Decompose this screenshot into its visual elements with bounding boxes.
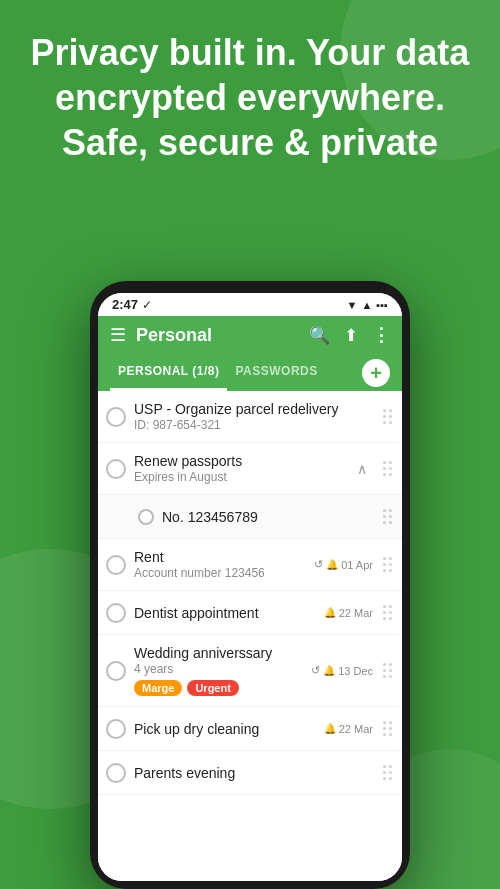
refresh-icon: ↺: [311, 664, 320, 677]
due-date: 22 Mar: [339, 723, 373, 735]
bell-icon: 🔔: [323, 665, 335, 676]
bell-icon: 🔔: [326, 559, 338, 570]
item-title: Parents evening: [134, 765, 373, 781]
item-title: Rent: [134, 549, 306, 565]
item-body: USP - Organize parcel redelivery ID: 987…: [134, 401, 373, 432]
list-item[interactable]: Parents evening: [98, 751, 402, 795]
item-meta: ↺ 🔔 13 Dec: [311, 664, 373, 677]
item-body: Dentist appointment: [134, 605, 316, 621]
check-circle[interactable]: [106, 459, 126, 479]
list-item[interactable]: Renew passports Expires in August ∧: [98, 443, 402, 495]
list-item[interactable]: USP - Organize parcel redelivery ID: 987…: [98, 391, 402, 443]
status-time: 2:47: [112, 297, 138, 312]
share-icon[interactable]: ⬆: [344, 325, 358, 346]
menu-icon[interactable]: ☰: [110, 324, 126, 346]
check-circle[interactable]: [106, 407, 126, 427]
phone-screen: 2:47 ✓ ▼ ▲ ▪▪▪ ☰ Personal 🔍 ⬆ ⋮: [98, 293, 402, 881]
check-circle-small[interactable]: [138, 509, 154, 525]
status-icons: ▼ ▲ ▪▪▪: [347, 299, 388, 311]
tab-passwords[interactable]: PASSWORDS: [227, 354, 325, 391]
item-subtitle: ID: 987-654-321: [134, 418, 373, 432]
status-bar: 2:47 ✓ ▼ ▲ ▪▪▪: [98, 293, 402, 316]
item-title: Dentist appointment: [134, 605, 316, 621]
list-item[interactable]: Rent Account number 123456 ↺ 🔔 01 Apr: [98, 539, 402, 591]
list-item[interactable]: Pick up dry cleaning 🔔 22 Mar: [98, 707, 402, 751]
phone-mockup: 2:47 ✓ ▼ ▲ ▪▪▪ ☰ Personal 🔍 ⬆ ⋮: [90, 281, 410, 889]
due-date: 13 Dec: [338, 665, 373, 677]
check-circle[interactable]: [106, 719, 126, 739]
app-bar-actions: 🔍 ⬆ ⋮: [309, 324, 390, 346]
item-meta: 🔔 22 Mar: [324, 723, 373, 735]
bell-icon: 🔔: [324, 607, 336, 618]
list-item[interactable]: Dentist appointment 🔔 22 Mar: [98, 591, 402, 635]
item-title: Renew passports: [134, 453, 343, 469]
item-title: Pick up dry cleaning: [134, 721, 316, 737]
tab-personal[interactable]: PERSONAL (1/8): [110, 354, 227, 391]
item-title: Wedding anniverssary: [134, 645, 303, 661]
status-check-icon: ✓: [142, 298, 152, 312]
check-circle[interactable]: [106, 763, 126, 783]
drag-handle: [381, 601, 394, 624]
drag-handle: [381, 659, 394, 682]
search-icon[interactable]: 🔍: [309, 325, 330, 346]
add-item-button[interactable]: +: [362, 359, 390, 387]
bell-icon: 🔔: [324, 723, 336, 734]
collapse-button[interactable]: ∧: [351, 459, 373, 479]
app-bar: ☰ Personal 🔍 ⬆ ⋮: [98, 316, 402, 354]
drag-handle: [381, 405, 394, 428]
check-circle[interactable]: [106, 661, 126, 681]
item-subtitle: Account number 123456: [134, 566, 306, 580]
signal-icon: ▲: [361, 299, 372, 311]
list-item[interactable]: Wedding anniverssary 4 years Marge Urgen…: [98, 635, 402, 707]
item-title: USP - Organize parcel redelivery: [134, 401, 373, 417]
battery-icon: ▪▪▪: [376, 299, 388, 311]
tag-urgent[interactable]: Urgent: [187, 680, 238, 696]
drag-handle: [381, 553, 394, 576]
list-item-sub[interactable]: No. 123456789: [98, 495, 402, 539]
hero-title: Privacy built in. Your data encrypted ev…: [30, 30, 470, 165]
item-subtitle: Expires in August: [134, 470, 343, 484]
hero-section: Privacy built in. Your data encrypted ev…: [0, 30, 500, 165]
drag-handle: [381, 717, 394, 740]
list-content: USP - Organize parcel redelivery ID: 987…: [98, 391, 402, 881]
item-body: Wedding anniverssary 4 years Marge Urgen…: [134, 645, 303, 696]
drag-handle: [381, 505, 394, 528]
check-circle[interactable]: [106, 603, 126, 623]
app-title: Personal: [136, 325, 299, 346]
item-body: Pick up dry cleaning: [134, 721, 316, 737]
item-body: No. 123456789: [162, 509, 373, 525]
item-body: Parents evening: [134, 765, 373, 781]
tag-marge[interactable]: Marge: [134, 680, 182, 696]
tab-bar: PERSONAL (1/8) PASSWORDS +: [98, 354, 402, 391]
item-meta: 🔔 22 Mar: [324, 607, 373, 619]
item-meta: ↺ 🔔 01 Apr: [314, 558, 373, 571]
drag-handle: [381, 457, 394, 480]
item-body: Renew passports Expires in August: [134, 453, 343, 484]
phone-body: 2:47 ✓ ▼ ▲ ▪▪▪ ☰ Personal 🔍 ⬆ ⋮: [90, 281, 410, 889]
more-options-icon[interactable]: ⋮: [372, 324, 390, 346]
due-date: 22 Mar: [339, 607, 373, 619]
item-subtitle: 4 years: [134, 662, 303, 676]
check-circle[interactable]: [106, 555, 126, 575]
item-body: Rent Account number 123456: [134, 549, 306, 580]
item-tags: Marge Urgent: [134, 680, 303, 696]
drag-handle: [381, 761, 394, 784]
item-title: No. 123456789: [162, 509, 373, 525]
wifi-icon: ▼: [347, 299, 358, 311]
due-date: 01 Apr: [341, 559, 373, 571]
refresh-icon: ↺: [314, 558, 323, 571]
